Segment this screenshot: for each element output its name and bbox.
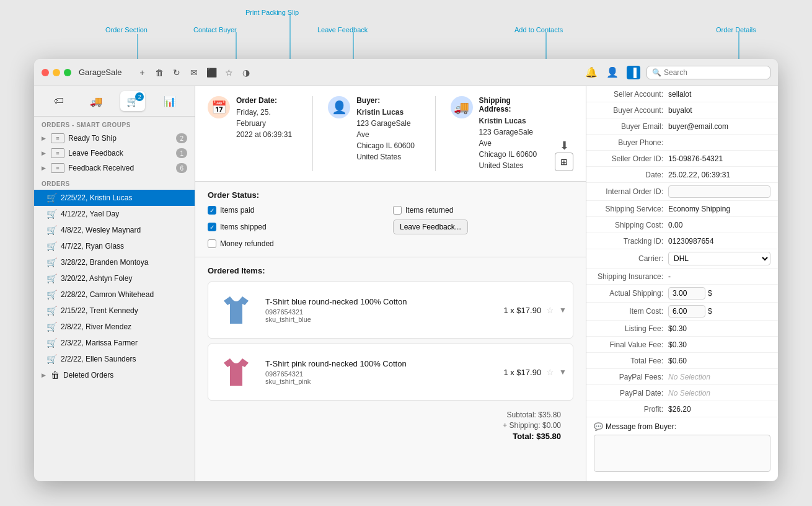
order-item-10[interactable]: 🛒 2/2/22, Ellen Saunders [34,351,195,367]
theme-button[interactable]: ◑ [239,66,253,79]
order-cart-icon-8: 🛒 [46,322,57,332]
export-button[interactable]: ⬛ [205,66,218,79]
close-button[interactable] [42,69,49,76]
order-item-1[interactable]: 🛒 4/12/22, Yael Day [34,206,195,222]
sidebar-toggle-button[interactable]: ▐ [627,66,640,79]
item-sku1-1: 0987654321 [265,370,496,378]
smart-group-ready-to-ship[interactable]: ▶ ≡ Ready To Ship 2 [34,131,195,146]
order-item-9[interactable]: 🛒 2/3/22, Marissa Farmer [34,335,195,351]
buyer-account-label: Buyer Account: [594,106,668,115]
main-window: GarageSale + 🗑 ↻ ✉ ⬛ ☆ ◑ 🔔 👤 ▐ 🔍 🏷 [34,59,778,481]
order-date-label: Order Date: [236,96,298,105]
minimize-button[interactable] [53,69,60,76]
order-item-6[interactable]: 🛒 2/28/22, Camron Whitehead [34,286,195,303]
order-item-3[interactable]: 🛒 4/7/22, Ryan Glass [34,238,195,254]
star-toolbar-button[interactable]: ☆ [222,66,236,79]
item-cost-unit: $ [708,307,712,316]
internal-order-id-input[interactable] [668,185,770,198]
order-item-0[interactable]: 🛒 2/25/22, Kristin Lucas [34,190,195,206]
refresh-button[interactable]: ↻ [170,66,183,79]
detail-actual-shipping: Actual Shipping: $ [586,285,778,303]
download-icon[interactable]: ⬇ [560,139,569,153]
total-fee-label: Total Fee: [594,357,668,365]
mail-button[interactable]: ✉ [187,66,201,79]
order-cart-icon-2: 🛒 [46,225,57,235]
order-label-3: 4/7/22, Ryan Glass [61,242,124,251]
order-item-2[interactable]: 🛒 4/8/22, Wesley Maynard [34,222,195,238]
star-button-0[interactable]: ☆ [546,305,554,315]
shipping-service-label: Shipping Service: [594,205,668,213]
tab-chart[interactable]: 📊 [157,91,182,111]
qr-icon[interactable]: ⊞ [555,153,573,171]
shipping-name: Kristin Lucas [479,115,542,126]
smart-group-leave-feedback[interactable]: ▶ ≡ Leave Feedback 1 [34,146,195,161]
titlebar-right: 🔔 👤 ▐ 🔍 [583,66,770,79]
traffic-lights [42,69,71,76]
divider-2 [435,96,436,171]
actual-shipping-input[interactable] [668,287,705,300]
paypal-date-value: No Selection [668,389,770,397]
detail-final-value-fee: Final Value Fee: $0.30 [586,337,778,353]
seller-order-id-value: 15-09876-54321 [668,154,770,163]
tab-tags[interactable]: 🏷 [46,91,71,111]
item-expand-1[interactable]: ▼ [559,368,567,376]
leave-feedback-button[interactable]: Leave Feedback... [393,220,468,234]
detail-tracking-id: Tracking ID: 01230987654 [586,233,778,249]
detail-shipping-insurance: Shipping Insurance: - [586,269,778,285]
tracking-id-label: Tracking ID: [594,237,668,246]
ordered-items-title: Ordered Items: [208,266,573,275]
maximize-button[interactable] [64,69,71,76]
order-item-7[interactable]: 🛒 2/15/22, Trent Kennedy [34,303,195,319]
carrier-select[interactable]: DHL FedEx UPS USPS [668,252,770,265]
profile-button[interactable]: 👤 [606,66,619,79]
total-fee-value: $0.60 [668,357,770,365]
shipping-insurance-label: Shipping Insurance: [594,272,668,281]
paypal-date-label: PayPal Date: [594,389,668,397]
order-item-5[interactable]: 🛒 3/20/22, Ashtyn Foley [34,270,195,286]
checkbox-items-shipped[interactable] [208,223,216,231]
tab-truck[interactable]: 🚚 [84,91,108,111]
shipping-row: + Shipping: $0.00 [220,421,561,430]
search-input[interactable] [664,68,763,77]
order-cart-icon-7: 🛒 [46,306,57,316]
delete-button[interactable]: 🗑 [152,66,166,79]
message-icon: 💬 [594,422,603,431]
notification-button[interactable]: 🔔 [585,66,598,79]
item-expand-0[interactable]: ▼ [559,306,567,314]
shipping-insurance-value: - [668,272,770,281]
buyer-address1: 123 GarageSale Ave [356,118,420,140]
final-value-fee-value: $0.30 [668,340,770,349]
order-cart-icon-10: 🛒 [46,354,57,364]
main-panel: 📅 Order Date: Friday, 25. February 2022 … [195,86,586,481]
chevron-icon-2: ▶ [42,150,46,156]
items-paid-label: Items paid [220,206,254,215]
star-button-1[interactable]: ☆ [546,367,554,377]
shipping-label: Shipping Address: [479,96,542,113]
add-button[interactable]: + [135,66,149,79]
buyer-name: Kristin Lucas [356,107,420,118]
order-item-8[interactable]: 🛒 2/8/22, River Mendez [34,319,195,335]
smart-group-feedback-received[interactable]: ▶ ≡ Feedback Received 6 [34,161,195,175]
detail-paypal-fees: PayPal Fees: No Selection [586,369,778,385]
order-status-title: Order Status: [208,190,573,200]
smart-group-icon-3: ≡ [51,163,64,173]
smart-group-count-3: 6 [176,163,187,173]
order-label-8: 2/8/22, River Mendez [61,322,131,331]
order-section-annotation: Order Section [105,26,148,33]
smart-group-icon-2: ≡ [51,148,64,158]
checkbox-items-returned[interactable] [393,206,402,215]
detail-seller-account: Seller Account: sellalot [586,86,778,102]
deleted-orders-item[interactable]: ▶ 🗑 Deleted Orders [34,367,195,383]
message-textarea[interactable] [594,435,770,472]
item-cost-input[interactable] [668,305,705,317]
internal-order-id-label: Internal Order ID: [594,187,668,196]
seller-order-id-label: Seller Order ID: [594,154,668,163]
tab-orders[interactable]: 🛒 2 [120,91,145,111]
checkbox-items-paid[interactable] [208,206,216,215]
order-item-4[interactable]: 🛒 3/28/22, Branden Montoya [34,254,195,270]
detail-buyer-email: Buyer Email: buyer@email.com [586,118,778,135]
items-returned-label: Items returned [405,206,453,215]
status-money-refunded: Money refunded [208,239,388,248]
checkbox-money-refunded[interactable] [208,239,216,248]
listing-fee-label: Listing Fee: [594,324,668,333]
